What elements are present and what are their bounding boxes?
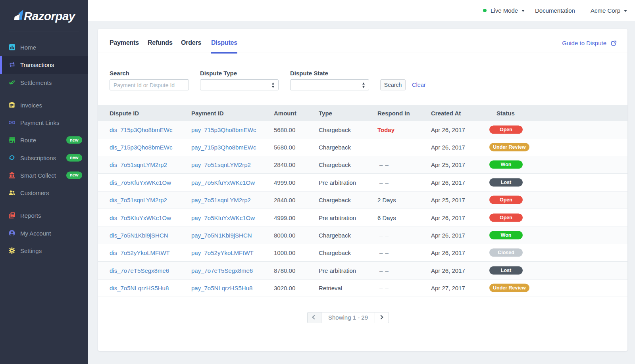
svg-text:Razorpay: Razorpay (24, 10, 76, 23)
